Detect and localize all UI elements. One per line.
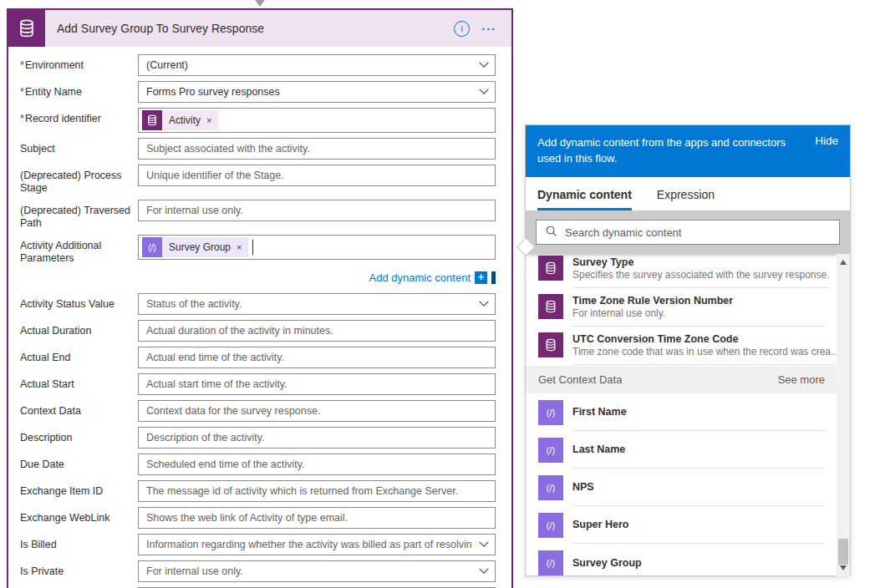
field-label: *Record identifier	[20, 108, 138, 133]
field-label-text: Exchange WebLink	[20, 512, 109, 524]
remove-token-icon[interactable]: ×	[206, 115, 211, 125]
chevron-down-icon	[479, 85, 488, 94]
token-label: Survey Group	[169, 241, 231, 253]
tab-dynamic-content[interactable]: Dynamic content	[537, 188, 632, 210]
activity-additional-parameters-input[interactable]: (/)Survey Group×	[138, 235, 496, 260]
field-label-text: Environment	[25, 59, 84, 71]
dynamic-field-item[interactable]: UTC Conversion Time Zone CodeTime zone c…	[526, 327, 837, 365]
exchange-item-id-input[interactable]: The message id of activity which is retu…	[138, 480, 496, 502]
add-dynamic-content-icon[interactable]: +	[475, 271, 487, 284]
chevron-down-icon	[479, 297, 488, 307]
list-scrollbar[interactable]	[837, 254, 850, 576]
token-survey-group[interactable]: (/)Survey Group×	[142, 237, 248, 257]
is-private-input[interactable]: For internal use only.	[138, 560, 496, 582]
scrollbar-thumb[interactable]	[838, 539, 848, 565]
item-title: UTC Conversion Time Zone Code	[572, 332, 839, 346]
dynamic-content-icon: (/)	[142, 237, 162, 257]
actual-start-input[interactable]: Actual start time of the activity.	[138, 373, 496, 395]
item-title: Super Hero	[572, 518, 628, 531]
dynamic-field-item[interactable]: Survey TypeSpecifies the survey associat…	[526, 254, 837, 288]
database-icon	[145, 114, 159, 127]
required-asterisk: *	[20, 86, 24, 98]
action-card-title: Add Survey Group To Survey Response	[57, 22, 445, 35]
required-asterisk: *	[20, 59, 24, 71]
record-identifier-input[interactable]: Activity×	[138, 108, 496, 133]
search-box[interactable]	[536, 220, 840, 245]
field-label-text: Is Billed	[20, 539, 57, 550]
field-row-entity-name: *Entity NameForms Pro survey responses	[20, 81, 496, 103]
item-texts: Last Name	[572, 431, 825, 469]
database-icon	[8, 10, 45, 47]
field-label-text: Subject	[20, 143, 55, 155]
deprecated-process-stage-input[interactable]: Unique identifier of the Stage.	[138, 165, 496, 186]
field-label-text: Activity Additional Parameters	[20, 240, 101, 264]
item-texts: First Name	[572, 393, 825, 431]
dynamic-field-item[interactable]: Time Zone Rule Version NumberFor interna…	[526, 288, 837, 327]
deprecated-traversed-path-input[interactable]: For internal use only.	[138, 200, 496, 221]
field-label-text: Is Private	[20, 565, 64, 577]
hide-button[interactable]: Hide	[815, 134, 838, 147]
see-more-link[interactable]: See more	[778, 373, 825, 386]
placeholder-text: For internal use only.	[146, 205, 487, 216]
due-date-input[interactable]: Scheduled end time of the activity.	[138, 454, 496, 475]
placeholder-text: Information regarding whether the activi…	[146, 539, 474, 550]
panel-tabs: Dynamic content Expression	[526, 177, 850, 210]
actual-duration-input[interactable]: Actual duration of the activity in minut…	[138, 320, 496, 342]
actual-end-input[interactable]: Actual end time of the activity.	[138, 347, 496, 368]
placeholder-text: The message id of activity which is retu…	[146, 485, 487, 497]
dynamic-field-item[interactable]: (/)NPS	[526, 469, 837, 506]
token-body: Activity×	[162, 110, 218, 130]
item-texts: UTC Conversion Time Zone CodeTime zone c…	[572, 332, 839, 365]
field-row-due-date: Due DateScheduled end time of the activi…	[20, 454, 496, 475]
search-input[interactable]	[565, 226, 831, 239]
field-row-deprecated-process-stage: (Deprecated) Process StageUnique identif…	[20, 165, 496, 195]
field-row-exchange-weblink: Exchange WebLinkShows the web link of Ac…	[20, 507, 496, 529]
dynamic-content-panel: Add dynamic content from the apps and co…	[525, 124, 851, 576]
flow-connector-arrow	[253, 0, 267, 7]
environment-input[interactable]: (Current)	[138, 54, 496, 76]
scrollbar-down-icon[interactable]	[840, 565, 847, 570]
placeholder-text: Status of the activity.	[146, 298, 474, 310]
field-row-environment: *Environment(Current)	[20, 54, 496, 76]
field-label-text: Context Data	[20, 405, 81, 417]
entity-name-input[interactable]: Forms Pro survey responses	[138, 81, 496, 103]
field-label-text: Due Date	[20, 459, 64, 470]
field-label: Due Date	[20, 454, 138, 475]
ellipsis-menu-icon[interactable]: ...	[478, 19, 500, 38]
add-dynamic-content-link[interactable]: Add dynamic content	[369, 271, 471, 284]
field-row-activity-additional-parameters: Activity Additional Parameters(/)Survey …	[20, 235, 496, 265]
item-description: Time zone code that was in use when the …	[572, 346, 839, 358]
placeholder-text: Subject associated with the activity.	[146, 143, 487, 155]
token-activity[interactable]: Activity×	[142, 110, 218, 130]
field-label-text: Exchange Item ID	[20, 485, 103, 497]
context-data-input[interactable]: Context data for the survey response.	[138, 400, 496, 422]
field-label-text: Description	[20, 432, 73, 444]
field-label: Activity Status Value	[20, 293, 138, 315]
chevron-down-icon	[479, 58, 488, 68]
dynamic-content-icon: (/)	[538, 400, 563, 425]
remove-token-icon[interactable]: ×	[237, 242, 242, 252]
tab-expression[interactable]: Expression	[657, 188, 715, 210]
field-label-text: Activity Status Value	[20, 298, 114, 310]
token-label: Activity	[169, 114, 201, 126]
field-label: (Deprecated) Process Stage	[20, 165, 138, 195]
description-input[interactable]: Description of the activity.	[138, 427, 496, 449]
action-card-header[interactable]: Add Survey Group To Survey Response i ..…	[8, 10, 511, 47]
dynamic-field-item[interactable]: (/)Survey Group	[526, 544, 837, 576]
database-icon	[543, 337, 558, 352]
info-icon[interactable]: i	[454, 21, 470, 37]
subject-input[interactable]: Subject associated with the activity.	[138, 138, 496, 160]
dynamic-field-item[interactable]: (/)First Name	[526, 393, 837, 431]
scrollbar-up-icon[interactable]	[840, 260, 847, 265]
field-row-actual-duration: Actual DurationActual duration of the ac…	[20, 320, 496, 342]
exchange-weblink-input[interactable]: Shows the web link of Activity of type e…	[138, 507, 496, 529]
field-label-text: Actual Start	[20, 378, 74, 390]
activity-status-value-input[interactable]: Status of the activity.	[138, 293, 496, 315]
is-billed-input[interactable]: Information regarding whether the activi…	[138, 534, 496, 555]
dynamic-field-item[interactable]: (/)Last Name	[526, 431, 837, 469]
search-icon	[545, 225, 557, 241]
token-body: Survey Group×	[162, 237, 248, 257]
field-label-text: (Deprecated) Traversed Path	[20, 205, 130, 229]
field-label: Actual Start	[20, 373, 138, 395]
dynamic-field-item[interactable]: (/)Super Hero	[526, 506, 837, 544]
